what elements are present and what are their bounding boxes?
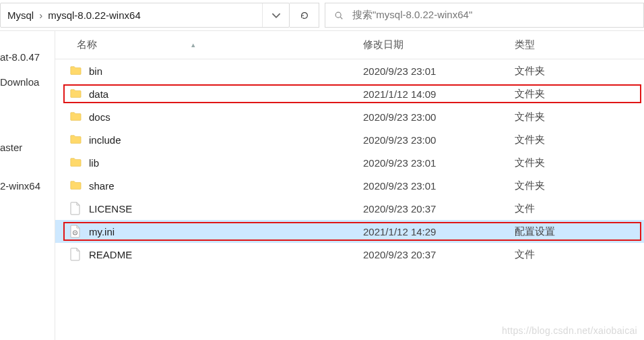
cell-type: 文件夹 [515, 157, 644, 169]
sort-asc-icon: ▴ [191, 40, 195, 49]
refresh-icon [298, 9, 311, 22]
file-name: my.ini [89, 226, 115, 237]
column-headers: 名称 ▴ 修改日期 类型 [55, 31, 644, 59]
cell-date: 2021/1/12 14:29 [363, 226, 515, 237]
cell-type: 文件夹 [515, 111, 644, 123]
top-bar: Mysql › mysql-8.0.22-winx64 搜索"mysql-8.0… [0, 0, 644, 31]
cell-type: 文件 [515, 202, 644, 215]
sidebar-item[interactable]: Downloa [0, 69, 55, 94]
search-placeholder: 搜索"mysql-8.0.22-winx64" [352, 9, 472, 22]
svg-point-0 [335, 12, 341, 18]
sidebar-item[interactable] [0, 108, 55, 121]
cell-name: README [69, 248, 363, 261]
cell-type: 文件夹 [515, 179, 644, 192]
cell-date: 2020/9/23 23:00 [363, 111, 515, 123]
cell-name: docs [69, 110, 363, 123]
cell-type: 文件夹 [515, 88, 644, 101]
file-name: include [89, 134, 121, 146]
cell-name: my.ini [69, 225, 363, 238]
folder-icon [69, 179, 82, 192]
file-icon [69, 202, 82, 215]
file-rows: bin2020/9/23 23:01文件夹data2021/1/12 14:09… [55, 59, 644, 340]
col-name-label: 名称 [77, 38, 97, 51]
table-row[interactable]: bin2020/9/23 23:01文件夹 [55, 59, 644, 82]
cell-type: 文件夹 [515, 134, 644, 146]
cell-type: 配置设置 [515, 225, 644, 238]
folder-icon [69, 110, 82, 123]
folder-icon [69, 133, 82, 146]
sidebar-item[interactable] [0, 121, 55, 135]
col-type[interactable]: 类型 [515, 38, 644, 51]
sidebar-item[interactable]: at-8.0.47 [0, 45, 55, 69]
search-input[interactable]: 搜索"mysql-8.0.22-winx64" [325, 3, 644, 28]
breadcrumb-1[interactable]: Mysql [7, 9, 34, 21]
file-name: docs [89, 111, 110, 123]
chevron-down-icon [269, 9, 283, 22]
sidebar-item[interactable]: aster [0, 135, 55, 160]
col-name[interactable]: 名称 ▴ [77, 38, 363, 51]
file-name: share [89, 180, 115, 192]
watermark: https://blog.csdn.net/xaiobaicai [502, 325, 637, 336]
cell-date: 2020/9/23 23:01 [363, 65, 515, 77]
col-date[interactable]: 修改日期 [363, 38, 515, 51]
folder-icon [69, 156, 82, 169]
table-row[interactable]: my.ini2021/1/12 14:29配置设置 [55, 220, 644, 243]
folder-icon [69, 64, 82, 78]
file-name: bin [89, 65, 102, 77]
file-name: data [89, 88, 108, 100]
body: at-8.0.47 Downloa aster 2-winx64 名称 ▴ 修改… [0, 31, 644, 340]
cell-name: data [69, 87, 363, 101]
file-name: LICENSE [89, 203, 132, 215]
cell-date: 2020/9/23 23:01 [363, 157, 515, 169]
cell-name: lib [69, 156, 363, 169]
address-bar[interactable]: Mysql › mysql-8.0.22-winx64 [0, 3, 290, 28]
refresh-button[interactable] [290, 3, 319, 28]
cell-date: 2020/9/23 20:37 [363, 249, 515, 260]
file-list-pane: 名称 ▴ 修改日期 类型 bin2020/9/23 23:01文件夹data20… [55, 31, 644, 340]
ini-file-icon [69, 225, 82, 238]
folder-icon [69, 87, 82, 101]
breadcrumb-2[interactable]: mysql-8.0.22-winx64 [48, 9, 141, 21]
cell-date: 2021/1/12 14:09 [363, 88, 515, 100]
sidebar-item[interactable] [0, 94, 55, 108]
cell-name: LICENSE [69, 202, 363, 215]
table-row[interactable]: lib2020/9/23 23:01文件夹 [55, 151, 644, 174]
cell-name: share [69, 179, 363, 192]
cell-type: 文件夹 [515, 65, 644, 78]
sidebar-item[interactable] [0, 160, 55, 173]
table-row[interactable]: data2021/1/12 14:09文件夹 [55, 82, 644, 105]
address-dropdown[interactable] [262, 3, 289, 27]
table-row[interactable]: docs2020/9/23 23:00文件夹 [55, 105, 644, 128]
file-icon [69, 248, 82, 261]
table-row[interactable]: share2020/9/23 23:01文件夹 [55, 174, 644, 197]
cell-type: 文件 [515, 248, 644, 261]
table-row[interactable]: include2020/9/23 23:00文件夹 [55, 128, 644, 151]
file-name: README [89, 249, 132, 260]
cell-name: bin [69, 64, 363, 78]
table-row[interactable]: LICENSE2020/9/23 20:37文件 [55, 197, 644, 220]
breadcrumb-sep: › [39, 9, 42, 21]
svg-line-1 [340, 17, 342, 19]
sidebar[interactable]: at-8.0.47 Downloa aster 2-winx64 [0, 31, 55, 340]
search-icon [332, 9, 346, 22]
cell-name: include [69, 133, 363, 146]
file-name: lib [89, 157, 99, 169]
cell-date: 2020/9/23 20:37 [363, 203, 515, 215]
sidebar-item[interactable]: 2-winx64 [0, 173, 55, 198]
cell-date: 2020/9/23 23:01 [363, 180, 515, 192]
table-row[interactable]: README2020/9/23 20:37文件 [55, 243, 644, 266]
cell-date: 2020/9/23 23:00 [363, 134, 515, 146]
